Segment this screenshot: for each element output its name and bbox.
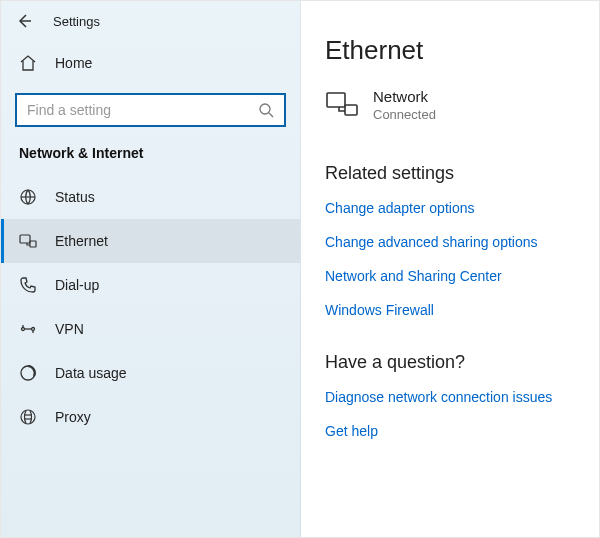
sidebar-item-vpn[interactable]: VPN xyxy=(1,307,300,351)
question-header: Have a question? xyxy=(325,352,575,373)
category-header: Network & Internet xyxy=(1,139,300,175)
svg-point-5 xyxy=(32,328,35,331)
svg-rect-8 xyxy=(327,93,345,107)
sidebar-item-label: Proxy xyxy=(55,409,91,425)
data-usage-icon xyxy=(19,364,37,382)
network-name: Network xyxy=(373,88,436,107)
page-title: Ethernet xyxy=(325,35,575,66)
network-item[interactable]: Network Connected xyxy=(325,88,575,123)
sidebar-item-label: Dial-up xyxy=(55,277,99,293)
svg-rect-2 xyxy=(20,235,30,243)
titlebar: Settings xyxy=(1,1,300,41)
phone-icon xyxy=(19,276,37,294)
settings-window: Settings Home Netwo xyxy=(0,0,600,538)
sidebar-item-label: Status xyxy=(55,189,95,205)
link-firewall[interactable]: Windows Firewall xyxy=(325,302,575,318)
proxy-icon xyxy=(19,408,37,426)
search-wrap xyxy=(1,85,300,139)
sidebar: Settings Home Netwo xyxy=(1,1,301,537)
svg-point-4 xyxy=(22,328,25,331)
link-sharing-center[interactable]: Network and Sharing Center xyxy=(325,268,575,284)
link-change-sharing[interactable]: Change advanced sharing options xyxy=(325,234,575,250)
home-icon xyxy=(19,54,37,72)
sidebar-item-home[interactable]: Home xyxy=(1,41,300,85)
sidebar-item-status[interactable]: Status xyxy=(1,175,300,219)
content-pane: Ethernet Network Connected Related setti… xyxy=(301,1,599,537)
sidebar-item-label: Home xyxy=(55,55,92,71)
sidebar-item-label: VPN xyxy=(55,321,84,337)
related-settings-header: Related settings xyxy=(325,163,575,184)
sidebar-item-label: Data usage xyxy=(55,365,127,381)
link-change-adapter[interactable]: Change adapter options xyxy=(325,200,575,216)
link-get-help[interactable]: Get help xyxy=(325,423,575,439)
sidebar-item-label: Ethernet xyxy=(55,233,108,249)
search-input[interactable] xyxy=(27,102,258,118)
sidebar-item-ethernet[interactable]: Ethernet xyxy=(1,219,300,263)
network-text: Network Connected xyxy=(373,88,436,123)
svg-point-0 xyxy=(260,104,270,114)
svg-point-7 xyxy=(21,410,35,424)
sidebar-item-datausage[interactable]: Data usage xyxy=(1,351,300,395)
globe-icon xyxy=(19,188,37,206)
search-icon xyxy=(258,102,274,118)
sidebar-item-proxy[interactable]: Proxy xyxy=(1,395,300,439)
search-box[interactable] xyxy=(15,93,286,127)
sidebar-item-dialup[interactable]: Dial-up xyxy=(1,263,300,307)
network-icon xyxy=(325,91,359,121)
ethernet-icon xyxy=(19,232,37,250)
link-diagnose[interactable]: Diagnose network connection issues xyxy=(325,389,575,405)
app-title: Settings xyxy=(53,14,100,29)
svg-rect-3 xyxy=(30,241,36,247)
vpn-icon xyxy=(19,320,37,338)
question-block: Have a question? Diagnose network connec… xyxy=(325,352,575,439)
back-icon[interactable] xyxy=(15,12,33,30)
svg-rect-9 xyxy=(345,105,357,115)
network-status: Connected xyxy=(373,107,436,123)
